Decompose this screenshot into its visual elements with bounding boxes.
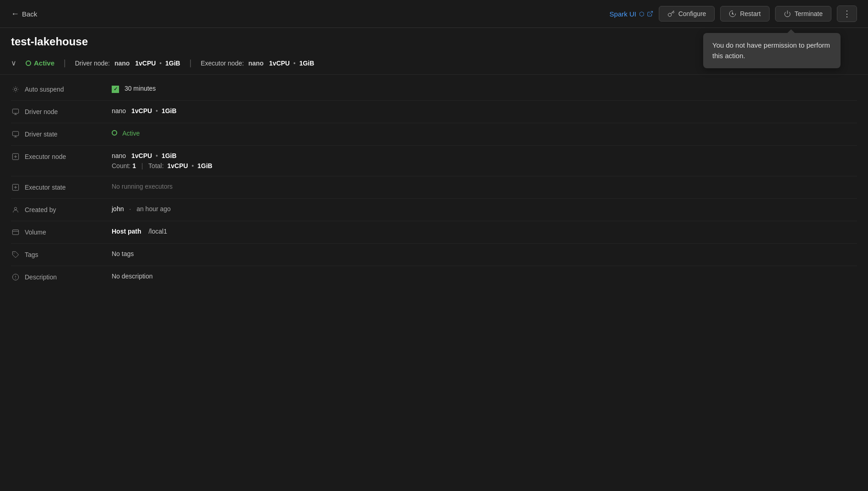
driver-ram: 1GiB bbox=[165, 60, 180, 67]
volume-label-text: Volume bbox=[25, 229, 46, 236]
external-icon bbox=[647, 11, 653, 17]
tooltip-message: You do not have permission to perform th… bbox=[712, 41, 830, 60]
driver-state-dot bbox=[112, 130, 117, 136]
executor-type: nano bbox=[248, 60, 263, 67]
detail-row-tags: Tags No tags bbox=[11, 244, 857, 266]
power-icon bbox=[784, 10, 791, 17]
executor-state-value: No running executors bbox=[112, 183, 857, 190]
driver-state-label: Driver state bbox=[11, 130, 112, 139]
detail-row-driver-state: Driver state Active bbox=[11, 123, 857, 146]
configure-label: Configure bbox=[678, 10, 706, 17]
svg-rect-7 bbox=[12, 230, 18, 235]
description-value: No description bbox=[112, 273, 857, 280]
host-path-value: /local1 bbox=[148, 228, 167, 235]
status-badge: Active bbox=[26, 59, 54, 67]
executor-ram-val: 1GiB bbox=[162, 152, 177, 159]
created-by-label-text: Created by bbox=[25, 206, 56, 213]
header-actions: Spark UI ⬡ Configure Restart Termina bbox=[609, 5, 857, 22]
detail-row-created-by: Created by john · an hour ago bbox=[11, 199, 857, 221]
tags-value: No tags bbox=[112, 250, 857, 257]
detail-row-volume: Volume Host path /local1 bbox=[11, 221, 857, 244]
spark-ui-label: Spark UI bbox=[609, 10, 636, 18]
detail-row-autosuspend: Auto suspend 30 minutes bbox=[11, 78, 857, 101]
driver-node-ram: 1GiB bbox=[162, 107, 177, 115]
description-label-text: Description bbox=[25, 273, 57, 281]
separator-2: | bbox=[190, 58, 192, 68]
executor-ram: 1GiB bbox=[299, 60, 315, 67]
executor-state-text: No running executors bbox=[112, 183, 173, 190]
svg-rect-2 bbox=[12, 109, 18, 113]
executor-node-label: Executor node bbox=[11, 152, 112, 161]
driver-node-value: nano 1vCPU • 1GiB bbox=[112, 107, 857, 115]
autosuspend-time: 30 minutes bbox=[125, 85, 156, 92]
restart-icon bbox=[729, 10, 736, 17]
more-options-button[interactable]: ⋮ bbox=[837, 5, 857, 22]
back-label: Back bbox=[22, 10, 37, 18]
driver-node-icon bbox=[11, 107, 20, 116]
executor-cpu-val: 1vCPU bbox=[131, 152, 152, 159]
driver-state-text: Active bbox=[122, 130, 140, 137]
executor-state-label-text: Executor state bbox=[25, 184, 66, 191]
driver-type: nano bbox=[114, 60, 130, 67]
executor-state-icon bbox=[11, 183, 20, 192]
autosuspend-label: Auto suspend bbox=[11, 85, 112, 94]
back-button[interactable]: ← Back bbox=[11, 9, 37, 19]
svg-point-1 bbox=[14, 88, 16, 90]
permission-tooltip: You do not have permission to perform th… bbox=[703, 33, 841, 68]
detail-grid: Auto suspend 30 minutes Driver node nano… bbox=[0, 75, 868, 292]
tags-icon bbox=[11, 250, 20, 259]
driver-node-cpu: 1vCPU bbox=[131, 107, 152, 115]
spark-ui-link[interactable]: Spark UI ⬡ bbox=[609, 10, 653, 18]
executor-node-icon bbox=[11, 152, 20, 161]
executor-node-value: nano 1vCPU • 1GiB Count: 1 | Total: 1vCP… bbox=[112, 152, 857, 169]
volume-label: Volume bbox=[11, 228, 112, 237]
restart-button[interactable]: Restart bbox=[720, 6, 769, 22]
description-icon bbox=[11, 273, 20, 282]
separator-1: | bbox=[64, 58, 66, 68]
executor-node-main: nano 1vCPU • 1GiB bbox=[112, 152, 857, 159]
more-dots-icon: ⋮ bbox=[843, 9, 851, 18]
user-icon bbox=[11, 205, 20, 214]
terminate-button[interactable]: Terminate bbox=[775, 6, 831, 22]
detail-row-executor-state: Executor state No running executors bbox=[11, 176, 857, 199]
tags-label-text: Tags bbox=[25, 251, 38, 258]
volume-value: Host path /local1 bbox=[112, 228, 857, 235]
driver-state-value: Active bbox=[112, 130, 857, 137]
executor-node-info: Executor node: nano 1vCPU • 1GiB bbox=[201, 60, 314, 67]
autosuspend-value: 30 minutes bbox=[112, 85, 857, 93]
creator-name: john bbox=[112, 205, 124, 213]
status-dot-icon bbox=[26, 60, 31, 66]
checkbox-icon bbox=[112, 86, 119, 93]
svg-point-6 bbox=[14, 207, 16, 210]
svg-rect-3 bbox=[12, 131, 18, 136]
detail-row-executor-node: Executor node nano 1vCPU • 1GiB Count: 1… bbox=[11, 146, 857, 176]
description-text: No description bbox=[112, 273, 153, 280]
volume-icon bbox=[11, 228, 20, 237]
created-by-value: john · an hour ago bbox=[112, 205, 857, 213]
autosuspend-icon bbox=[11, 85, 20, 94]
driver-node-label: Driver node bbox=[11, 107, 112, 116]
collapse-button[interactable]: ∨ bbox=[11, 59, 16, 67]
configure-button[interactable]: Configure bbox=[659, 6, 715, 22]
driver-node-label-text: Driver node bbox=[25, 108, 58, 115]
restart-label: Restart bbox=[740, 10, 760, 17]
executor-node-label-text: Executor node bbox=[25, 153, 66, 160]
key-icon bbox=[667, 10, 675, 17]
back-arrow-icon: ← bbox=[11, 9, 19, 19]
created-time: an hour ago bbox=[136, 205, 171, 213]
executor-node-sub: Count: 1 | Total: 1vCPU • 1GiB bbox=[112, 162, 857, 169]
executor-state-label: Executor state bbox=[11, 183, 112, 192]
dot-sep-1: • bbox=[159, 60, 162, 67]
tags-label: Tags bbox=[11, 250, 112, 259]
external-link-icon: ⬡ bbox=[639, 11, 644, 17]
dot-sep-2: • bbox=[293, 60, 296, 67]
driver-state-label-text: Driver state bbox=[25, 131, 58, 138]
status-label: Active bbox=[34, 59, 54, 67]
tags-text: No tags bbox=[112, 250, 134, 257]
driver-cpu: 1vCPU bbox=[135, 60, 156, 67]
autosuspend-label-text: Auto suspend bbox=[25, 86, 64, 93]
detail-row-description: Description No description bbox=[11, 266, 857, 288]
created-by-label: Created by bbox=[11, 205, 112, 214]
svg-point-0 bbox=[732, 13, 733, 15]
detail-row-driver-node: Driver node nano 1vCPU • 1GiB bbox=[11, 101, 857, 123]
